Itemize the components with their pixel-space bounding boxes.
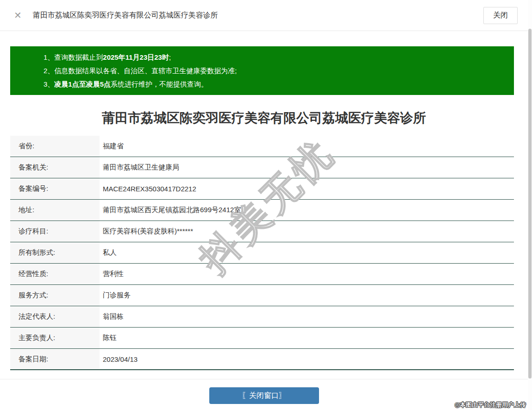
row-label: 地址: [10, 200, 100, 221]
table-row-filing-number: 备案编号: MACE24REX35030417D2212 [10, 178, 514, 200]
table-row-service-mode: 服务方式: 门诊服务 [10, 285, 514, 306]
table-row-legal-representative: 法定代表人: 翁国栋 [10, 306, 514, 328]
table-row-ownership: 所有制形式: 私人 [10, 242, 514, 264]
footer-divider [0, 379, 528, 379]
row-value: 莆田市荔城区卫生健康局 [100, 157, 514, 178]
row-label: 备案机关: [10, 157, 100, 178]
row-value: 私人 [100, 242, 514, 263]
row-value: 翁国栋 [100, 306, 514, 327]
row-value: 福建省 [100, 136, 514, 157]
row-label: 法定代表人: [10, 306, 100, 327]
table-row-province: 省份: 福建省 [10, 136, 514, 157]
dialog-header: ✕ 莆田市荔城区陈奕羽医疗美容有限公司荔城医疗美容诊所 [0, 0, 528, 31]
close-button[interactable]: 关闭 [483, 7, 518, 24]
row-label: 所有制形式: [10, 242, 100, 263]
row-label: 服务方式: [10, 285, 100, 306]
page-title: 莆田市荔城区陈奕羽医疗美容有限公司荔城医疗美容诊所 [0, 109, 528, 127]
scrollbar-thumb[interactable] [528, 29, 532, 378]
row-label: 经营性质: [10, 264, 100, 284]
row-label: 备案编号: [10, 178, 100, 199]
table-row-filing-date: 备案日期: 2023/04/13 [10, 349, 514, 370]
row-value: 门诊服务 [100, 285, 514, 306]
notice-line-2: 2、信息数据结果以各省、自治区、直辖市卫生健康委数据为准; [44, 64, 514, 77]
footer: 〖关闭窗口〗 [0, 387, 528, 404]
row-value: 2023/04/13 [100, 349, 514, 369]
row-value: MACE24REX35030417D2212 [100, 178, 514, 199]
table-row-principal: 主要负责人: 陈钰 [10, 328, 514, 349]
row-label: 备案日期: [10, 349, 100, 369]
table-row-filing-authority: 备案机关: 莆田市荔城区卫生健康局 [10, 157, 514, 178]
row-value: 营利性 [100, 264, 514, 284]
close-icon[interactable]: ✕ [14, 11, 22, 20]
table-row-business-nature: 经营性质: 营利性 [10, 264, 514, 285]
row-value: 医疗美容科(美容皮肤科)****** [100, 221, 514, 242]
vertical-scrollbar[interactable] [528, 0, 532, 410]
row-label: 主要负责人: [10, 328, 100, 348]
info-table: 省份: 福建省 备案机关: 莆田市荔城区卫生健康局 备案编号: MACE24RE… [10, 136, 514, 370]
notice-line-3: 3、凌晨1点至凌晨5点系统进行维护，不能提供查询。 [44, 77, 514, 91]
close-window-button[interactable]: 〖关闭窗口〗 [209, 387, 319, 404]
notice-line-1: 1、查询数据截止到2025年11月23日23时; [44, 50, 514, 64]
row-label: 诊疗科目: [10, 221, 100, 242]
dialog-title: 莆田市荔城区陈奕羽医疗美容有限公司荔城医疗美容诊所 [33, 11, 218, 20]
upload-attribution: ◎本图由平台注册用户上传 [455, 401, 526, 409]
row-label: 省份: [10, 136, 100, 157]
table-row-address: 地址: 莆田市荔城区西天尾镇荔园北路699号2412室 [10, 200, 514, 221]
notice-banner: 1、查询数据截止到2025年11月23日23时; 2、信息数据结果以各省、自治区… [10, 46, 514, 95]
row-value: 陈钰 [100, 328, 514, 348]
table-row-departments: 诊疗科目: 医疗美容科(美容皮肤科)****** [10, 221, 514, 242]
row-value: 莆田市荔城区西天尾镇荔园北路699号2412室 [100, 200, 514, 221]
